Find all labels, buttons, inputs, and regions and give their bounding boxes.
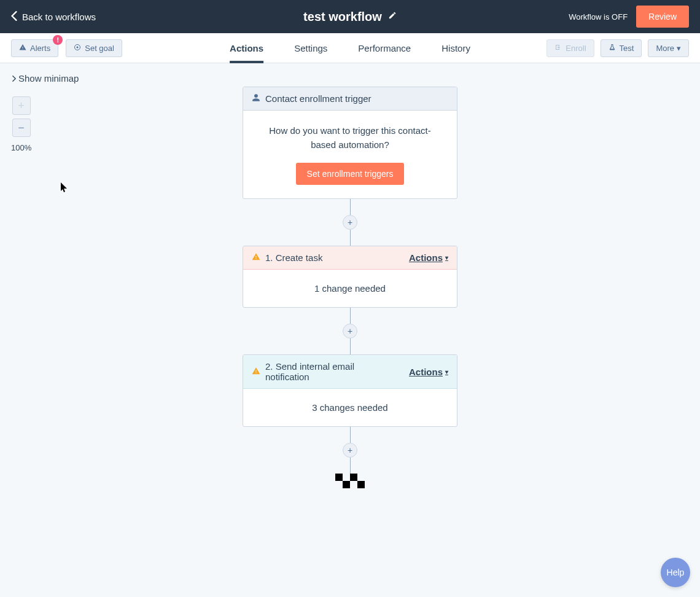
mouse-cursor-icon xyxy=(60,182,69,193)
trigger-card-body: How do you want to trigger this contact-… xyxy=(243,111,457,198)
action-card-2-header: 2. Send internal email notification Acti… xyxy=(243,355,457,389)
action-card-2[interactable]: 2. Send internal email notification Acti… xyxy=(243,354,457,427)
test-label: Test xyxy=(620,44,634,53)
add-step-button[interactable]: + xyxy=(343,324,357,338)
tab-history[interactable]: History xyxy=(441,33,470,63)
set-enrollment-triggers-button[interactable]: Set enrollment triggers xyxy=(296,163,405,185)
actions-link-label: Actions xyxy=(409,367,443,377)
warning-icon xyxy=(252,367,260,377)
sub-right: Enroll Test More ▾ xyxy=(546,39,689,57)
trigger-card-header: Contact enrollment trigger xyxy=(243,87,457,111)
edit-title-icon[interactable] xyxy=(388,11,397,22)
set-goal-button[interactable]: Set goal xyxy=(66,39,122,57)
action-card-1-header: 1. Create task Actions ▾ xyxy=(243,246,457,270)
zoom-out-button[interactable]: − xyxy=(12,119,31,137)
alerts-badge: ! xyxy=(53,35,63,45)
warning-icon xyxy=(19,44,26,53)
set-goal-label: Set goal xyxy=(85,44,114,53)
trigger-card[interactable]: Contact enrollment trigger How do you wa… xyxy=(243,87,457,199)
chevron-right-icon xyxy=(11,73,17,84)
action-card-2-body: 3 changes needed xyxy=(243,389,457,426)
action-card-1-title: 1. Create task xyxy=(265,252,322,263)
canvas[interactable]: Show minimap + − 100% Contact enrollment… xyxy=(0,63,700,597)
svg-point-1 xyxy=(77,46,79,48)
alerts-button[interactable]: Alerts ! xyxy=(11,39,58,57)
actions-link-label: Actions xyxy=(409,252,443,263)
caret-down-icon: ▾ xyxy=(445,254,448,261)
tab-settings[interactable]: Settings xyxy=(294,33,327,63)
add-step-button[interactable]: + xyxy=(343,443,357,458)
enroll-icon xyxy=(554,44,562,53)
more-label: More xyxy=(656,44,674,53)
tab-actions[interactable]: Actions xyxy=(230,33,263,63)
zoom-in-button[interactable]: + xyxy=(12,96,31,115)
app-header: Back to workflows test workflow Workflow… xyxy=(0,0,700,33)
workflow-status: Workflow is OFF xyxy=(569,12,628,21)
header-right: Workflow is OFF Review xyxy=(569,6,689,28)
workflow-end-icon xyxy=(335,474,365,488)
action-card-2-actions-menu[interactable]: Actions ▾ xyxy=(409,367,448,377)
caret-down-icon: ▾ xyxy=(445,369,448,375)
flask-icon xyxy=(609,44,616,53)
review-button[interactable]: Review xyxy=(636,6,689,28)
action-card-1-body: 1 change needed xyxy=(243,270,457,307)
connector-line xyxy=(350,230,351,246)
alerts-label: Alerts xyxy=(30,44,50,53)
connector-line xyxy=(350,458,351,474)
action-card-2-title: 2. Send internal email notification xyxy=(265,361,399,382)
minimap-toggle[interactable]: Show minimap xyxy=(11,73,79,84)
help-button[interactable]: Help xyxy=(661,558,690,587)
connector-line xyxy=(350,338,351,354)
minimap-label: Show minimap xyxy=(18,73,79,84)
tabs: Actions Settings Performance History xyxy=(230,33,470,63)
enroll-button[interactable]: Enroll xyxy=(546,39,594,57)
connector-line xyxy=(350,427,351,443)
enroll-label: Enroll xyxy=(566,44,586,53)
title-area: test workflow xyxy=(303,10,397,24)
back-label: Back to workflows xyxy=(22,12,96,22)
action-card-1-actions-menu[interactable]: Actions ▾ xyxy=(409,252,448,263)
zoom-controls: + − 100% xyxy=(11,96,31,152)
action-card-1[interactable]: 1. Create task Actions ▾ 1 change needed xyxy=(243,246,457,308)
test-button[interactable]: Test xyxy=(601,39,642,57)
tab-performance[interactable]: Performance xyxy=(358,33,411,63)
connector-line xyxy=(350,308,351,324)
caret-down-icon: ▾ xyxy=(677,44,681,53)
flow-column: Contact enrollment trigger How do you wa… xyxy=(243,87,457,488)
back-to-workflows-link[interactable]: Back to workflows xyxy=(11,11,96,23)
zoom-level: 100% xyxy=(11,143,31,152)
more-button[interactable]: More ▾ xyxy=(648,39,689,57)
chevron-left-icon xyxy=(11,11,17,23)
sub-left: Alerts ! Set goal xyxy=(11,39,122,57)
contact-icon xyxy=(252,93,260,104)
warning-icon xyxy=(252,252,260,263)
sub-header: Alerts ! Set goal Actions Settings Perfo… xyxy=(0,33,700,63)
add-step-button[interactable]: + xyxy=(343,215,357,230)
connector-line xyxy=(350,199,351,215)
trigger-card-title: Contact enrollment trigger xyxy=(265,93,371,104)
trigger-question: How do you want to trigger this contact-… xyxy=(258,124,442,152)
workflow-title[interactable]: test workflow xyxy=(303,10,382,24)
target-icon xyxy=(74,44,81,53)
